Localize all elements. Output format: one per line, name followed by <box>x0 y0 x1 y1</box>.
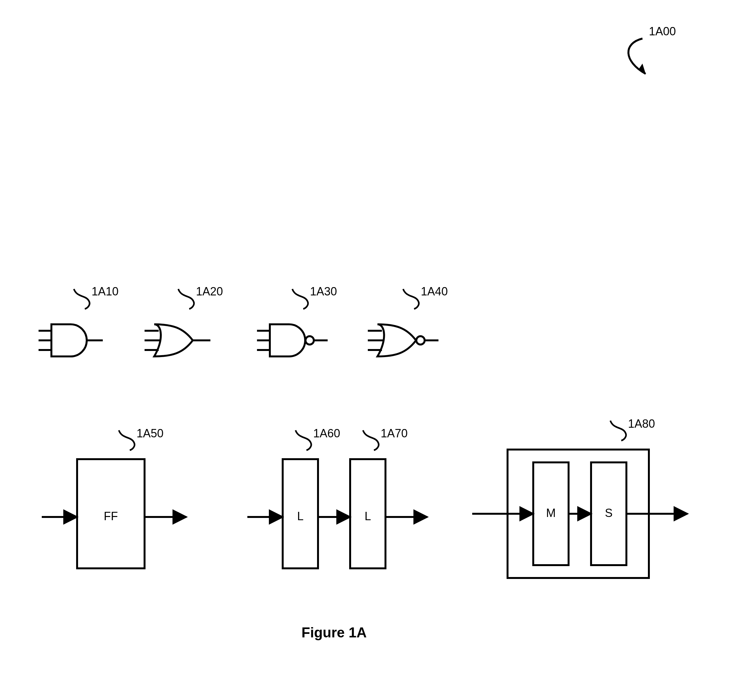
figure-1a: 1A00 1A10 1A20 <box>0 0 743 700</box>
ref-1a20-label: 1A20 <box>196 285 223 298</box>
ref-1a70-label: 1A70 <box>380 427 408 440</box>
ref-1a80-label: 1A80 <box>628 417 655 430</box>
and-gate: 1A10 <box>38 285 118 356</box>
ref-1a40-label: 1A40 <box>421 285 448 298</box>
ff-block: FF 1A50 <box>42 427 186 569</box>
gates-row: 1A10 1A20 1A30 <box>38 285 448 356</box>
figure-ref-1a00: 1A00 <box>628 25 676 74</box>
ref-1a10-label: 1A10 <box>92 285 118 298</box>
ref-1a30-label: 1A30 <box>310 285 337 298</box>
master-label: M <box>546 507 556 520</box>
nand-gate: 1A30 <box>257 285 337 356</box>
nor-gate: 1A40 <box>368 285 448 356</box>
latch2-label: L <box>365 509 371 523</box>
blocks-row: FF 1A50 L 1A60 L 1A70 <box>42 417 687 578</box>
svg-point-8 <box>305 336 314 344</box>
ref-1a60-label: 1A60 <box>313 427 340 440</box>
ms-container: M S 1A80 <box>472 417 687 578</box>
svg-point-13 <box>416 336 425 344</box>
latch-pair: L 1A60 L 1A70 <box>247 427 427 569</box>
or-gate: 1A20 <box>145 285 223 356</box>
ff-label: FF <box>104 509 118 523</box>
slave-label: S <box>605 507 613 520</box>
ref-1a50-label: 1A50 <box>136 427 163 440</box>
ref-1a00-label: 1A00 <box>649 25 676 38</box>
figure-caption: Figure 1A <box>302 625 367 640</box>
latch1-label: L <box>297 509 303 523</box>
